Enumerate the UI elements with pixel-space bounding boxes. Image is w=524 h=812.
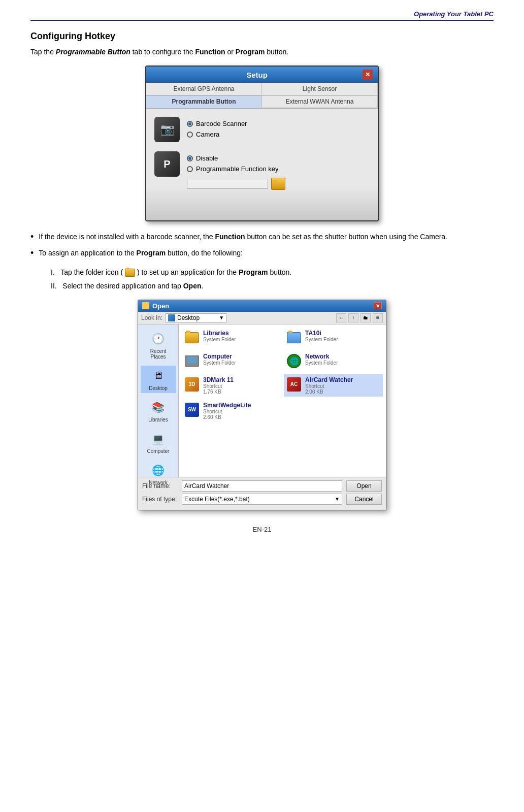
open-titlebar-icon xyxy=(142,302,149,309)
filename-label: File name: xyxy=(142,482,178,490)
ta10i-file-icon xyxy=(286,330,302,346)
file-item-libraries[interactable]: Libraries System Folder xyxy=(182,328,281,348)
aircard-file-info: AirCard Watcher Shortcut 2.00 KB xyxy=(305,376,353,395)
bullet-item-2: To assign an application to the Program … xyxy=(30,248,494,259)
step-1: I. Tap the folder icon ( ) to set up an … xyxy=(51,267,494,278)
setup-screenshot: Setup ✕ External GPS Antenna Light Senso… xyxy=(30,66,494,221)
open-title-left: Open xyxy=(142,302,169,310)
setup-tabs: External GPS Antenna Light Sensor Progra… xyxy=(146,83,378,109)
nav-back-button[interactable]: ← xyxy=(336,313,346,322)
barcode-camera-icon: 📷 xyxy=(154,117,180,142)
nav-up-button[interactable]: ↑ xyxy=(348,313,358,322)
radio-camera[interactable]: Camera xyxy=(187,131,247,138)
page-number: EN-21 xyxy=(253,526,272,533)
folder-browse-button[interactable] xyxy=(271,178,285,190)
setup-title: Setup xyxy=(151,71,363,79)
radio-disable[interactable]: Disable xyxy=(187,154,285,162)
nav-new-folder-button[interactable]: 🖿 xyxy=(361,313,371,322)
radio-dot-barcode xyxy=(187,121,193,127)
open-button[interactable]: Open xyxy=(346,480,382,492)
radio-prog-function[interactable]: Programmable Function key xyxy=(187,165,285,173)
section-title: Configuring Hotkey xyxy=(30,31,494,42)
setup-row-1: 📷 Barcode Scanner Camera xyxy=(154,117,370,142)
sidebar-item-computer[interactable]: 💻 Computer xyxy=(141,429,176,456)
file-item-smartwedge[interactable]: SW SmartWedgeLite Shortcut 2.60 KB xyxy=(182,400,281,422)
filetype-combo[interactable]: Excute Files(*.exe,*.bat) ▼ xyxy=(182,494,342,505)
open-toolbar: Look in: Desktop ▼ ← ↑ 🖿 ≡ xyxy=(138,312,386,324)
nav-views-button[interactable]: ≡ xyxy=(373,313,383,322)
toolbar-nav-icons: ← ↑ 🖿 ≡ xyxy=(336,313,383,322)
ta10i-file-info: TA10i System Folder xyxy=(305,330,338,342)
network-icon: 🌐 xyxy=(150,462,167,478)
sidebar-item-desktop[interactable]: 🖥 Desktop xyxy=(141,366,176,393)
sidebar-item-recent-places[interactable]: 🕐 Recent Places xyxy=(141,329,176,362)
sidebar-item-libraries[interactable]: 📚 Libraries xyxy=(141,397,176,425)
tab-external-wwan[interactable]: External WWAN Antenna xyxy=(262,95,378,108)
bullet-list: If the device is not installed with a ba… xyxy=(30,232,494,258)
libraries-icon: 📚 xyxy=(150,399,167,415)
intro-paragraph: Tap the Programmable Button tab to confi… xyxy=(30,47,494,57)
open-titlebar: Open ✕ xyxy=(138,300,386,312)
file-item-ta10i[interactable]: TA10i System Folder xyxy=(284,328,383,348)
radio-dot-camera xyxy=(187,132,193,138)
numbered-steps: I. Tap the folder icon ( ) to set up an … xyxy=(51,267,494,291)
file-item-network[interactable]: 🌐 Network System Folder xyxy=(284,351,383,371)
prog-input-row xyxy=(187,178,285,190)
setup-dialog: Setup ✕ External GPS Antenna Light Senso… xyxy=(145,66,379,221)
3dmark-file-info: 3DMark 11 Shortcut 1.76 KB xyxy=(203,376,234,395)
filetype-label: Files of type: xyxy=(142,496,178,503)
look-in-combo[interactable]: Desktop ▼ xyxy=(166,313,226,322)
tab-programmable-button[interactable]: Programmable Button xyxy=(146,95,262,108)
radio-barcode-scanner[interactable]: Barcode Scanner xyxy=(187,120,247,127)
radio-group-2: Disable Programmable Function key xyxy=(187,154,285,190)
setup-titlebar: Setup ✕ xyxy=(146,67,378,83)
open-dialog: Open ✕ Look in: Desktop ▼ ← ↑ 🖿 ≡ xyxy=(138,300,386,510)
filename-input[interactable] xyxy=(182,480,342,492)
desktop-icon-small xyxy=(168,314,175,321)
program-icon: P xyxy=(154,151,180,177)
file-grid: Libraries System Folder TA10i System Fol… xyxy=(182,328,383,422)
page-header: Operating Your Tablet PC xyxy=(30,10,494,21)
computer-file-info: Computer System Folder xyxy=(203,353,236,366)
setup-body: 📷 Barcode Scanner Camera P xyxy=(146,109,378,220)
radio-dot-disable xyxy=(187,155,193,161)
desktop-icon: 🖥 xyxy=(150,368,167,384)
radio-dot-prog xyxy=(187,166,193,172)
step-2: II. Select the desired application and t… xyxy=(51,280,494,291)
open-close-button[interactable]: ✕ xyxy=(374,302,382,309)
network-file-icon: 🌐 xyxy=(286,353,302,369)
prog-function-input[interactable] xyxy=(187,179,268,189)
filename-row: File name: Open xyxy=(142,480,382,492)
computer-icon: 💻 xyxy=(150,431,167,447)
file-item-computer[interactable]: Computer System Folder xyxy=(182,351,281,371)
header-title: Operating Your Tablet PC xyxy=(414,10,494,18)
file-item-aircard[interactable]: AC AirCard Watcher Shortcut 2.00 KB xyxy=(284,374,383,397)
cancel-button[interactable]: Cancel xyxy=(346,494,382,505)
open-screenshot: Open ✕ Look in: Desktop ▼ ← ↑ 🖿 ≡ xyxy=(30,300,494,510)
3dmark-file-icon: 3D xyxy=(184,376,200,393)
recent-places-icon: 🕐 xyxy=(150,331,167,347)
page-footer: EN-21 xyxy=(30,526,494,533)
smartwedge-file-info: SmartWedgeLite Shortcut 2.60 KB xyxy=(203,402,251,420)
computer-file-icon xyxy=(184,353,200,369)
setup-row-2: P Disable Programmable Function key xyxy=(154,151,370,190)
open-main: 🕐 Recent Places 🖥 Desktop 📚 Libraries 💻 … xyxy=(138,324,386,477)
libraries-file-info: Libraries System Folder xyxy=(203,330,236,342)
filetype-row: Files of type: Excute Files(*.exe,*.bat)… xyxy=(142,494,382,505)
tab-external-gps[interactable]: External GPS Antenna xyxy=(146,83,262,95)
network-file-info: Network System Folder xyxy=(305,353,338,366)
radio-group-1: Barcode Scanner Camera xyxy=(187,120,247,138)
tab-light-sensor[interactable]: Light Sensor xyxy=(262,83,378,95)
setup-close-button[interactable]: ✕ xyxy=(363,70,373,80)
bullet-item-1: If the device is not installed with a ba… xyxy=(30,232,494,243)
look-in-label: Look in: xyxy=(141,314,162,321)
open-content: Libraries System Folder TA10i System Fol… xyxy=(179,324,386,477)
libraries-file-icon xyxy=(184,330,200,346)
aircard-file-icon: AC xyxy=(286,376,302,393)
folder-icon-inline xyxy=(125,269,135,277)
file-item-3dmark[interactable]: 3D 3DMark 11 Shortcut 1.76 KB xyxy=(182,374,281,397)
smartwedge-file-icon: SW xyxy=(184,402,200,418)
window-controls: ✕ xyxy=(374,302,382,309)
open-sidebar: 🕐 Recent Places 🖥 Desktop 📚 Libraries 💻 … xyxy=(138,324,179,477)
